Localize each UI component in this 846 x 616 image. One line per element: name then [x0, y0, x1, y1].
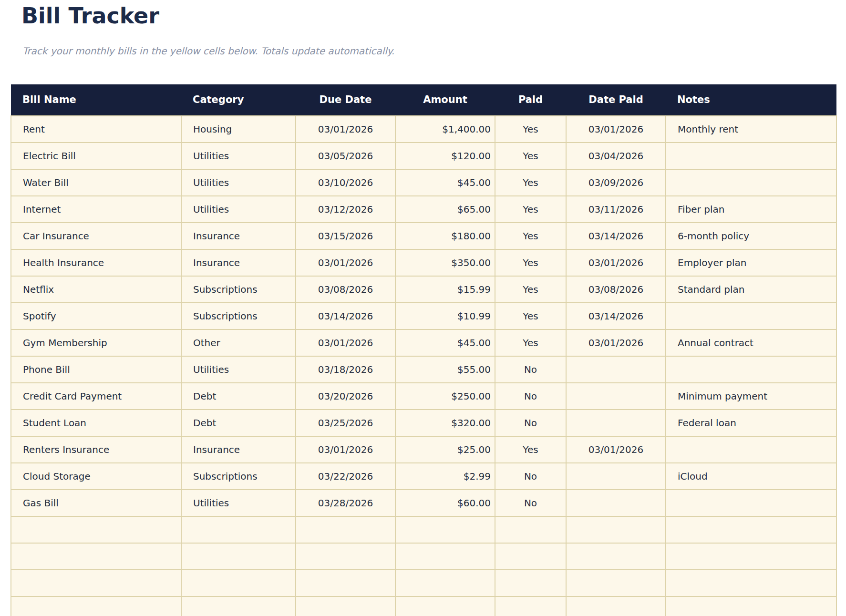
cell-bill-name[interactable]: [11, 543, 181, 570]
cell-due-date[interactable]: [296, 516, 395, 543]
cell-notes[interactable]: iCloud: [666, 463, 836, 490]
cell-category[interactable]: [181, 543, 296, 570]
cell-date-paid[interactable]: 03/01/2026: [566, 116, 666, 143]
cell-paid[interactable]: No: [495, 490, 566, 516]
cell-category[interactable]: Subscriptions: [181, 463, 296, 490]
cell-notes[interactable]: Employer plan: [666, 249, 836, 276]
cell-date-paid[interactable]: [566, 463, 666, 490]
cell-date-paid[interactable]: 03/01/2026: [566, 329, 666, 356]
cell-paid[interactable]: [495, 570, 566, 596]
cell-bill-name[interactable]: Phone Bill: [11, 356, 181, 383]
cell-bill-name[interactable]: Student Loan: [11, 410, 181, 436]
cell-date-paid[interactable]: [566, 596, 666, 616]
cell-notes[interactable]: [666, 303, 836, 329]
cell-category[interactable]: Debt: [181, 383, 296, 410]
cell-due-date[interactable]: [296, 543, 395, 570]
cell-category[interactable]: [181, 516, 296, 543]
cell-amount[interactable]: $1,400.00: [395, 116, 495, 143]
cell-paid[interactable]: Yes: [495, 143, 566, 169]
cell-paid[interactable]: No: [495, 356, 566, 383]
cell-paid[interactable]: Yes: [495, 276, 566, 303]
cell-bill-name[interactable]: [11, 570, 181, 596]
cell-category[interactable]: Utilities: [181, 169, 296, 196]
cell-paid[interactable]: No: [495, 463, 566, 490]
cell-paid[interactable]: No: [495, 410, 566, 436]
cell-due-date[interactable]: 03/18/2026: [296, 356, 395, 383]
cell-category[interactable]: Debt: [181, 410, 296, 436]
cell-bill-name[interactable]: [11, 596, 181, 616]
cell-bill-name[interactable]: Electric Bill: [11, 143, 181, 169]
cell-bill-name[interactable]: Internet: [11, 196, 181, 223]
cell-due-date[interactable]: 03/15/2026: [296, 223, 395, 249]
cell-notes[interactable]: [666, 516, 836, 543]
cell-notes[interactable]: [666, 570, 836, 596]
cell-notes[interactable]: Standard plan: [666, 276, 836, 303]
cell-notes[interactable]: [666, 543, 836, 570]
cell-category[interactable]: Insurance: [181, 436, 296, 463]
cell-notes[interactable]: Federal loan: [666, 410, 836, 436]
cell-paid[interactable]: Yes: [495, 223, 566, 249]
cell-bill-name[interactable]: Renters Insurance: [11, 436, 181, 463]
cell-category[interactable]: [181, 570, 296, 596]
cell-amount[interactable]: $15.99: [395, 276, 495, 303]
cell-date-paid[interactable]: 03/14/2026: [566, 303, 666, 329]
cell-paid[interactable]: [495, 516, 566, 543]
cell-amount[interactable]: $65.00: [395, 196, 495, 223]
cell-date-paid[interactable]: 03/04/2026: [566, 143, 666, 169]
cell-notes[interactable]: [666, 490, 836, 516]
cell-paid[interactable]: Yes: [495, 303, 566, 329]
cell-due-date[interactable]: 03/20/2026: [296, 383, 395, 410]
cell-category[interactable]: Subscriptions: [181, 276, 296, 303]
cell-due-date[interactable]: [296, 570, 395, 596]
cell-category[interactable]: Utilities: [181, 356, 296, 383]
cell-bill-name[interactable]: Gym Membership: [11, 329, 181, 356]
cell-bill-name[interactable]: [11, 516, 181, 543]
cell-paid[interactable]: Yes: [495, 169, 566, 196]
cell-date-paid[interactable]: [566, 410, 666, 436]
cell-date-paid[interactable]: 03/14/2026: [566, 223, 666, 249]
cell-bill-name[interactable]: Rent: [11, 116, 181, 143]
cell-amount[interactable]: $350.00: [395, 249, 495, 276]
cell-due-date[interactable]: 03/25/2026: [296, 410, 395, 436]
cell-date-paid[interactable]: 03/01/2026: [566, 436, 666, 463]
cell-paid[interactable]: Yes: [495, 329, 566, 356]
cell-due-date[interactable]: [296, 596, 395, 616]
cell-date-paid[interactable]: [566, 356, 666, 383]
cell-date-paid[interactable]: [566, 516, 666, 543]
cell-bill-name[interactable]: Netflix: [11, 276, 181, 303]
cell-due-date[interactable]: 03/14/2026: [296, 303, 395, 329]
cell-due-date[interactable]: 03/01/2026: [296, 116, 395, 143]
cell-bill-name[interactable]: Health Insurance: [11, 249, 181, 276]
cell-due-date[interactable]: 03/01/2026: [296, 249, 395, 276]
cell-due-date[interactable]: 03/05/2026: [296, 143, 395, 169]
cell-notes[interactable]: [666, 596, 836, 616]
cell-due-date[interactable]: 03/08/2026: [296, 276, 395, 303]
cell-paid[interactable]: Yes: [495, 436, 566, 463]
cell-date-paid[interactable]: 03/11/2026: [566, 196, 666, 223]
cell-category[interactable]: Insurance: [181, 249, 296, 276]
cell-date-paid[interactable]: 03/09/2026: [566, 169, 666, 196]
cell-amount[interactable]: [395, 596, 495, 616]
cell-amount[interactable]: $120.00: [395, 143, 495, 169]
cell-bill-name[interactable]: Water Bill: [11, 169, 181, 196]
cell-amount[interactable]: [395, 570, 495, 596]
cell-paid[interactable]: Yes: [495, 196, 566, 223]
cell-amount[interactable]: [395, 543, 495, 570]
cell-amount[interactable]: $2.99: [395, 463, 495, 490]
cell-notes[interactable]: Fiber plan: [666, 196, 836, 223]
cell-bill-name[interactable]: Spotify: [11, 303, 181, 329]
cell-bill-name[interactable]: Credit Card Payment: [11, 383, 181, 410]
cell-amount[interactable]: $320.00: [395, 410, 495, 436]
cell-notes[interactable]: Monthly rent: [666, 116, 836, 143]
cell-due-date[interactable]: 03/22/2026: [296, 463, 395, 490]
cell-paid[interactable]: Yes: [495, 116, 566, 143]
cell-bill-name[interactable]: Gas Bill: [11, 490, 181, 516]
cell-amount[interactable]: $180.00: [395, 223, 495, 249]
cell-amount[interactable]: $55.00: [395, 356, 495, 383]
cell-date-paid[interactable]: [566, 383, 666, 410]
cell-date-paid[interactable]: [566, 543, 666, 570]
cell-due-date[interactable]: 03/28/2026: [296, 490, 395, 516]
cell-notes[interactable]: [666, 436, 836, 463]
cell-category[interactable]: Subscriptions: [181, 303, 296, 329]
cell-notes[interactable]: [666, 169, 836, 196]
